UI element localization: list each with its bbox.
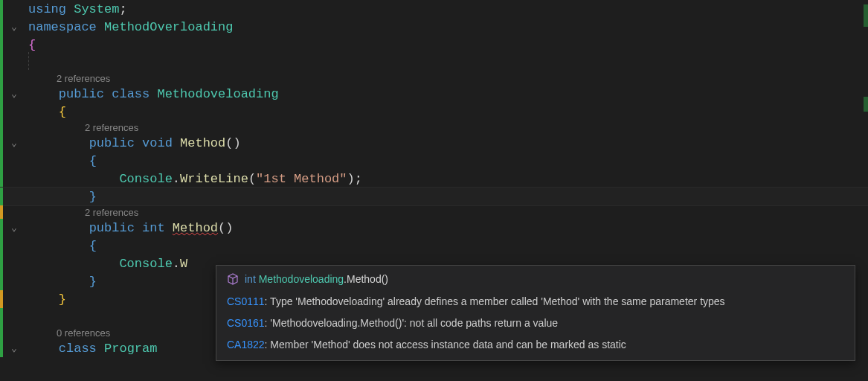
- diagnostic-code-link[interactable]: CS0111: [227, 295, 265, 307]
- codelens-references[interactable]: 2 references: [0, 121, 868, 134]
- type-system: System: [74, 2, 119, 16]
- brace-open: {: [28, 38, 36, 52]
- fold-toggle-icon[interactable]: ⌄: [11, 342, 17, 354]
- tooltip-signature: int Methodoveloading.Method(): [227, 273, 844, 285]
- code-line[interactable]: ⌄ namespace MethodOverloading: [0, 18, 868, 36]
- code-line[interactable]: using System;: [0, 0, 868, 18]
- method-name: Method: [180, 136, 225, 150]
- keyword-namespace: namespace: [28, 20, 97, 34]
- diagnostic-row: CS0111: Type 'Methodoveloading' already …: [227, 294, 844, 310]
- overview-ruler-marker[interactable]: [864, 4, 868, 27]
- class-name: Methodoveloading: [157, 87, 278, 101]
- keyword-using: using: [28, 2, 66, 16]
- code-line[interactable]: ⌄ public class Methodoveloading: [0, 85, 868, 103]
- diagnostic-row: CS0161: 'Methodoveloading.Method()': not…: [227, 316, 844, 331]
- diagnostic-code-link[interactable]: CA1822: [227, 339, 265, 350]
- code-line-current[interactable]: }: [0, 188, 868, 205]
- method-cube-icon: [227, 273, 239, 285]
- code-line[interactable]: {: [0, 103, 868, 121]
- namespace-name: MethodOverloading: [104, 20, 233, 34]
- class-name: Program: [104, 342, 157, 356]
- diagnostic-row: CA1822: Member 'Method' does not access …: [227, 337, 844, 353]
- diagnostic-code-link[interactable]: CS0161: [227, 317, 265, 329]
- codelens-references[interactable]: 2 references: [0, 205, 868, 219]
- codelens-references[interactable]: 2 references: [0, 71, 868, 85]
- code-line[interactable]: Console.WriteLine("1st Method");: [0, 170, 868, 188]
- fold-toggle-icon[interactable]: ⌄: [11, 21, 17, 33]
- fold-toggle-icon[interactable]: ⌄: [11, 137, 17, 149]
- code-line[interactable]: {: [0, 237, 868, 254]
- code-line[interactable]: ⌄ public void Method(): [0, 134, 868, 152]
- code-line[interactable]: {: [0, 36, 868, 54]
- code-line[interactable]: ⌄ public int Method(): [0, 219, 868, 237]
- code-editor[interactable]: using System; ⌄ namespace MethodOverload…: [0, 0, 868, 381]
- fold-toggle-icon[interactable]: ⌄: [11, 88, 17, 100]
- fold-toggle-icon[interactable]: ⌄: [11, 222, 17, 234]
- code-line[interactable]: {: [0, 152, 868, 170]
- method-name-error: Method: [173, 221, 218, 235]
- hover-tooltip: int Methodoveloading.Method() CS0111: Ty…: [216, 265, 855, 361]
- overview-ruler-marker[interactable]: [864, 97, 868, 112]
- code-line[interactable]: [0, 54, 868, 71]
